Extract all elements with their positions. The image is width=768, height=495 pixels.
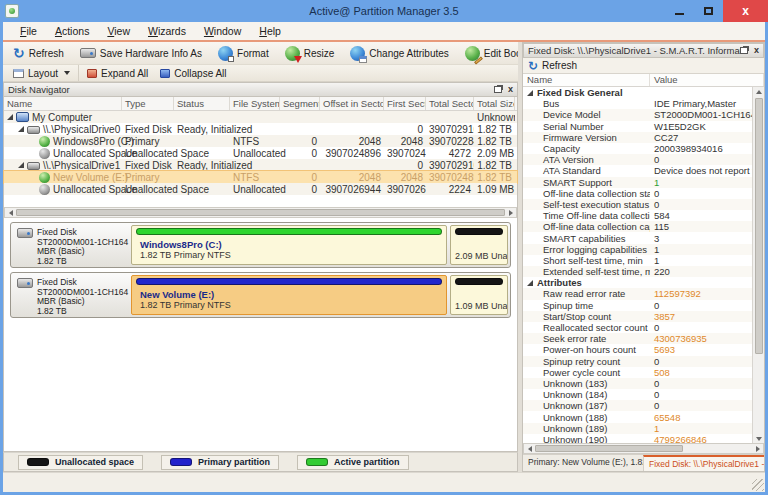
scroll-down-icon[interactable]	[753, 434, 764, 443]
smart-row[interactable]: Start/Stop count 3857	[523, 311, 752, 322]
smart-row[interactable]: Capacity 2000398934016	[523, 143, 752, 154]
menu-wizards[interactable]: Wizards	[139, 23, 195, 39]
resize-grip[interactable]	[752, 479, 764, 491]
column-total-sectors[interactable]: Total Sectors	[426, 97, 474, 110]
partition-hscrollbar[interactable]	[4, 207, 517, 218]
column-segment[interactable]: Segment	[280, 97, 320, 110]
smart-row[interactable]: Firmware Version CC27	[523, 132, 752, 143]
tab-partition-info[interactable]: Primary: New Volume (E:), 1.82 TB [N...	[523, 455, 643, 471]
table-row[interactable]: Windows8Pro (C:) Primary NTFS 0 2048 204…	[4, 135, 517, 147]
resize-button[interactable]: Resize	[279, 44, 341, 63]
smart-row[interactable]: Fixed Disk General	[523, 87, 752, 98]
smart-row[interactable]: Power-on hours count 5693	[523, 344, 752, 355]
tree-expander-icon[interactable]	[18, 125, 26, 133]
smart-row[interactable]: Time Off-line data collection, sec 584	[523, 210, 752, 221]
table-row[interactable]: New Volume (E:) Primary NTFS 0 2048 2048…	[4, 171, 517, 183]
smart-vscrollbar[interactable]	[752, 87, 764, 443]
smart-row[interactable]: ATA Version 0	[523, 154, 752, 165]
smart-row[interactable]: Power cycle count 508	[523, 367, 752, 378]
column-value[interactable]: Value	[650, 74, 764, 86]
smart-row[interactable]: Bus IDE Primary,Master	[523, 98, 752, 109]
change-attributes-button[interactable]: Change Attributes	[344, 44, 455, 63]
table-row[interactable]: \\.\PhysicalDrive1 Fixed Disk Ready, Ini…	[4, 159, 517, 171]
expand-all-button[interactable]: Expand All	[81, 67, 154, 80]
menu-view[interactable]: View	[98, 23, 139, 39]
smart-row[interactable]: SMART capabilities 3	[523, 232, 752, 243]
close-panel-icon[interactable]: x	[508, 85, 513, 94]
smart-row[interactable]: Off-line data collection capabilities 11…	[523, 221, 752, 232]
scrollbar-thumb[interactable]	[755, 98, 763, 354]
column-name[interactable]: Name	[523, 74, 650, 86]
smart-row[interactable]: Seek error rate 4300736935	[523, 333, 752, 344]
menu-help[interactable]: Help	[250, 23, 290, 39]
tree-expander-icon[interactable]	[30, 185, 38, 193]
scrollbar-thumb[interactable]	[16, 209, 505, 216]
table-row[interactable]: \\.\PhysicalDrive0 Fixed Disk Ready, Ini…	[4, 123, 517, 135]
close-button[interactable]: x	[723, 0, 768, 22]
save-hardware-info-button[interactable]: Save Hardware Info As	[74, 46, 208, 61]
partition-block-new-volume[interactable]: New Volume (E:) 1.82 TB Primary NTFS	[131, 275, 447, 315]
table-row[interactable]: My Computer Unknown	[4, 111, 517, 123]
column-status[interactable]: Status	[174, 97, 230, 110]
maximize-button[interactable]	[694, 0, 723, 22]
smart-row[interactable]: Device Model ST2000DM001-1CH164	[523, 109, 752, 120]
tree-expander-icon[interactable]	[18, 161, 26, 169]
layout-button[interactable]: Layout	[7, 67, 76, 80]
column-name[interactable]: Name	[4, 97, 122, 110]
smart-row[interactable]: Off-line data collection status 0	[523, 188, 752, 199]
column-offset[interactable]: Offset in Sectors	[320, 97, 384, 110]
smart-row[interactable]: Reallocated sector count 0	[523, 322, 752, 333]
smart-refresh-button[interactable]: ↻ Refresh	[523, 58, 764, 74]
column-type[interactable]: Type	[122, 97, 174, 110]
minimize-button[interactable]	[665, 0, 694, 22]
scroll-left-icon[interactable]	[524, 444, 535, 453]
legend-unallocated[interactable]: Unallocated space	[18, 455, 143, 470]
partition-block-windows8pro[interactable]: Windows8Pro (C:) 1.82 TB Primary NTFS	[131, 225, 447, 265]
smart-row[interactable]: Unknown (183) 0	[523, 378, 752, 389]
scroll-up-icon[interactable]	[753, 87, 764, 96]
column-total-size[interactable]: Total Size	[474, 97, 515, 110]
smart-row[interactable]: Short self-test time, min 1	[523, 255, 752, 266]
smart-row[interactable]: Attributes	[523, 277, 752, 288]
smart-hscrollbar[interactable]	[523, 443, 764, 454]
tree-expander-icon[interactable]	[30, 149, 38, 157]
smart-row[interactable]: Raw read error rate 112597392	[523, 288, 752, 299]
menu-window[interactable]: Window	[195, 23, 250, 39]
tab-smart-info[interactable]: Fixed Disk: \\.\PhysicalDrive1 - S.M.A..…	[643, 455, 764, 471]
scroll-left-icon[interactable]	[5, 208, 16, 217]
smart-row[interactable]: Unknown (187) 0	[523, 400, 752, 411]
smart-row[interactable]: Extended self-test time, min 220	[523, 266, 752, 277]
float-panel-icon[interactable]	[740, 47, 748, 54]
legend-primary[interactable]: Primary partition	[161, 455, 279, 470]
float-panel-icon[interactable]	[494, 86, 502, 93]
legend-active[interactable]: Active partition	[297, 455, 409, 470]
smart-row[interactable]: ATA Standard Device does not report vers…	[523, 165, 752, 176]
unallocated-block-1[interactable]: 1.09 MB Unall	[450, 275, 508, 315]
tree-expander-icon[interactable]	[30, 173, 38, 181]
smart-row[interactable]: Unknown (189) 1	[523, 423, 752, 434]
smart-row[interactable]: SMART Support 1	[523, 177, 752, 188]
scroll-right-icon[interactable]	[752, 444, 763, 453]
table-row[interactable]: Unallocated Space Unallocated Space Unal…	[4, 183, 517, 195]
smart-row[interactable]: Unknown (184) 0	[523, 389, 752, 400]
smart-row[interactable]: Unknown (190) 4799266846	[523, 434, 752, 443]
column-first-sector[interactable]: First Sector	[384, 97, 426, 110]
table-row[interactable]: Unallocated Space Unallocated Space Unal…	[4, 147, 517, 159]
smart-row[interactable]: Self-test execution status 0	[523, 199, 752, 210]
column-file-system[interactable]: File System	[230, 97, 280, 110]
tree-expander-icon[interactable]	[30, 137, 38, 145]
scrollbar-thumb[interactable]	[535, 445, 683, 452]
menu-file[interactable]: File	[11, 23, 46, 39]
smart-row[interactable]: Spinup retry count 0	[523, 356, 752, 367]
unallocated-block-0[interactable]: 2.09 MB Unall	[450, 225, 508, 265]
smart-row[interactable]: Error logging capabilities 1	[523, 244, 752, 255]
collapse-all-button[interactable]: Collapse All	[154, 67, 232, 80]
close-panel-icon[interactable]: x	[754, 46, 759, 55]
refresh-button[interactable]: ↻ Refresh	[7, 44, 70, 62]
smart-row[interactable]: Serial Number W1E5D2GK	[523, 121, 752, 132]
scroll-right-icon[interactable]	[505, 208, 516, 217]
smart-row[interactable]: Spinup time 0	[523, 300, 752, 311]
smart-row[interactable]: Unknown (188) 65548	[523, 411, 752, 422]
tree-expander-icon[interactable]	[7, 113, 15, 121]
menu-actions[interactable]: Actions	[46, 23, 98, 39]
